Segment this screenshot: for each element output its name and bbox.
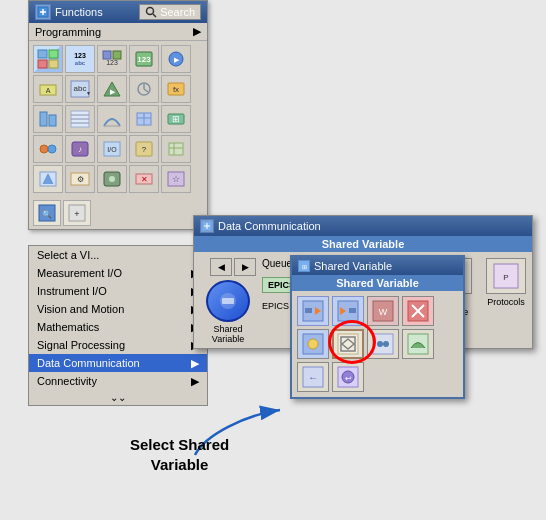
grid-icon-3[interactable]: 123 xyxy=(97,45,127,73)
svg-text:▼: ▼ xyxy=(86,90,90,96)
svg-text:?: ? xyxy=(142,145,147,154)
grid-icon-19[interactable]: ? xyxy=(129,135,159,163)
grid-icon-8[interactable]: ▶ xyxy=(97,75,127,103)
protocols-col: P Protocols xyxy=(486,258,526,317)
svg-text:fx: fx xyxy=(173,85,179,94)
svg-point-40 xyxy=(48,145,56,153)
svg-rect-8 xyxy=(49,60,58,68)
functions-titlebar: Functions Search xyxy=(29,1,207,23)
sv-icon-selected[interactable] xyxy=(332,329,364,359)
shared-var-main: Shared Variable xyxy=(200,280,256,344)
dc-shared-var-header: Shared Variable xyxy=(194,236,532,252)
search-button[interactable]: Search xyxy=(139,4,201,20)
sv-icon-network-write[interactable] xyxy=(297,296,329,326)
svg-text:🔍: 🔍 xyxy=(42,209,52,219)
svg-rect-9 xyxy=(103,51,111,59)
sv-icon-5[interactable] xyxy=(297,329,329,359)
svg-rect-80 xyxy=(349,308,356,313)
svg-text:123: 123 xyxy=(137,55,151,64)
svg-text:↩: ↩ xyxy=(345,374,352,383)
expand-arrow[interactable]: ▶ xyxy=(193,25,201,38)
sv-icon-7[interactable] xyxy=(367,329,399,359)
grid-icon-14[interactable] xyxy=(129,105,159,133)
menu-item-select-vi[interactable]: Select a VI... xyxy=(29,246,207,264)
svg-line-4 xyxy=(153,14,156,17)
svg-point-3 xyxy=(147,8,154,15)
functions-panel: Functions Search Programming ▶ 123 abc xyxy=(28,0,208,230)
annotation-line1: Select Shared xyxy=(130,436,229,453)
grid-icon-20[interactable] xyxy=(161,135,191,163)
menu-item-signal[interactable]: Signal Processing ▶ xyxy=(29,336,207,354)
icon-grid: 123 abc 123 123 ▶ xyxy=(29,41,207,197)
search-icon xyxy=(145,6,157,18)
bottom-icon-2[interactable]: + xyxy=(63,200,91,226)
nav-left-btn[interactable]: ◀ xyxy=(210,258,232,276)
grid-icon-5[interactable]: ▶ xyxy=(161,45,191,73)
shared-var-label: Shared Variable xyxy=(200,324,256,344)
data-comm-titlebar: Data Communication xyxy=(194,216,532,236)
svg-point-87 xyxy=(308,339,318,349)
sv-title: Shared Variable xyxy=(314,260,392,272)
programming-label: Programming xyxy=(35,26,101,38)
grid-icon-9[interactable] xyxy=(129,75,159,103)
sv-icon-10[interactable]: ↩ xyxy=(332,362,364,392)
svg-rect-6 xyxy=(49,50,58,58)
svg-text:123: 123 xyxy=(106,59,118,66)
svg-text:P: P xyxy=(503,273,508,282)
menu-item-data-comm[interactable]: Data Communication ▶ xyxy=(29,354,207,372)
grid-icon-2[interactable]: 123 abc xyxy=(65,45,95,73)
grid-icon-1[interactable] xyxy=(33,45,63,73)
sv-icon-8[interactable] xyxy=(402,329,434,359)
annotation-line2: Variable xyxy=(151,456,209,473)
grid-icon-16[interactable] xyxy=(33,135,63,163)
svg-rect-76 xyxy=(305,308,312,313)
grid-icon-23[interactable] xyxy=(97,165,127,193)
menu-item-connectivity[interactable]: Connectivity ▶ xyxy=(29,372,207,390)
shared-var-popup: ⊞ Shared Variable Shared Variable W xyxy=(290,255,465,399)
menu-item-vision[interactable]: Vision and Motion ▶ xyxy=(29,300,207,318)
svg-text:←: ← xyxy=(308,372,318,383)
search-label: Search xyxy=(160,6,195,18)
grid-icon-22[interactable]: ⚙ xyxy=(65,165,95,193)
grid-icon-4[interactable]: 123 xyxy=(129,45,159,73)
title-left: Functions xyxy=(35,4,103,20)
grid-icon-17[interactable]: ♪ xyxy=(65,135,95,163)
menu-item-mathematics[interactable]: Mathematics ▶ xyxy=(29,318,207,336)
grid-icon-21[interactable] xyxy=(33,165,63,193)
sv-header: Shared Variable xyxy=(292,275,463,291)
svg-text:✕: ✕ xyxy=(141,175,148,184)
grid-icon-6[interactable]: A xyxy=(33,75,63,103)
svg-text:+: + xyxy=(74,209,79,219)
svg-text:⊞: ⊞ xyxy=(172,114,180,124)
svg-rect-10 xyxy=(113,51,121,59)
grid-icon-15[interactable]: ⊞ xyxy=(161,105,191,133)
shared-var-icon-large[interactable] xyxy=(206,280,250,322)
sv-icon-9[interactable]: ← xyxy=(297,362,329,392)
svg-text:abc: abc xyxy=(74,84,87,93)
sv-icon-write[interactable]: W xyxy=(367,296,399,326)
grid-icon-13[interactable] xyxy=(97,105,127,133)
svg-rect-7 xyxy=(38,60,47,68)
svg-point-92 xyxy=(377,341,383,347)
svg-rect-29 xyxy=(49,115,56,126)
protocols-label: Protocols xyxy=(487,297,525,307)
sv-title-icon: ⊞ xyxy=(298,260,310,272)
grid-icon-7[interactable]: abc ▼ xyxy=(65,75,95,103)
grid-icon-25[interactable]: ☆ xyxy=(161,165,191,193)
svg-text:♪: ♪ xyxy=(78,145,82,154)
grid-icon-18[interactable]: I/O xyxy=(97,135,127,163)
menu-item-measurement[interactable]: Measurement I/O ▶ xyxy=(29,264,207,282)
grid-icon-12[interactable] xyxy=(65,105,95,133)
sv-icon-delete[interactable] xyxy=(402,296,434,326)
grid-icon-11[interactable] xyxy=(33,105,63,133)
nav-right-btn[interactable]: ▶ xyxy=(234,258,256,276)
menu-item-instrument[interactable]: Instrument I/O ▶ xyxy=(29,282,207,300)
data-comm-icon xyxy=(200,219,214,233)
svg-text:⚙: ⚙ xyxy=(77,175,84,184)
sv-icon-network-read[interactable] xyxy=(332,296,364,326)
grid-icon-10[interactable]: fx xyxy=(161,75,191,103)
protocols-icon[interactable]: P xyxy=(486,258,526,294)
svg-point-93 xyxy=(383,341,389,347)
bottom-icon-1[interactable]: 🔍 xyxy=(33,200,61,226)
grid-icon-24[interactable]: ✕ xyxy=(129,165,159,193)
